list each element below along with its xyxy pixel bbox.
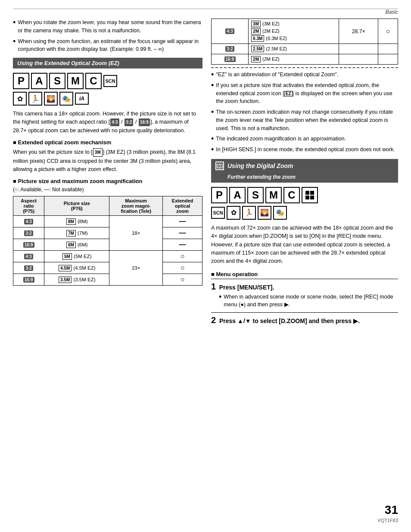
camera-icon	[217, 163, 223, 169]
size-cell: 3.5M	[59, 277, 72, 283]
col-size: Picture size(P76)	[44, 196, 109, 216]
mode-scene: 🎭	[273, 206, 287, 220]
bullet-item: • In [HIGH SENS.] in scene mode, the ext…	[211, 146, 398, 154]
size-cell: 2.5M	[251, 46, 264, 52]
right-bullets: • "EZ" is an abbreviation of "Extended o…	[211, 71, 398, 154]
bullet-item: • When using the zoom function, an estim…	[13, 37, 202, 54]
ext-cell: —	[163, 216, 202, 227]
size-cell: 2M	[251, 28, 261, 34]
size-cell: 0.3M	[251, 35, 264, 42]
zoom-value: 28.7×	[339, 19, 378, 44]
mode-icons-row2: ✿ 🏃 🌄 🎭 iA	[13, 92, 202, 106]
step2-text: Press ▲/▼ to select [D.ZOOM] and then pr…	[219, 317, 360, 324]
mode-A: A	[31, 73, 47, 89]
step1-bullet: • When in advanced scene mode or scene m…	[219, 293, 398, 309]
ar-cell: 3:2	[24, 265, 33, 271]
bullet-text: If you set a picture size that activates…	[216, 81, 398, 106]
step2-number: 2	[211, 315, 216, 325]
page-footer: 31 VQT1F83	[377, 503, 398, 523]
subsection1-text: When you set the picture size to [3M] (3…	[13, 148, 202, 174]
mode-M: M	[265, 187, 282, 203]
bullet-dot: •	[13, 19, 16, 26]
size-cell: 6M	[66, 242, 76, 248]
ez-section-header: Using the Extended Optical Zoom (EZ)	[13, 58, 202, 68]
step1-number: 1	[211, 282, 216, 291]
ext-cell: —	[163, 239, 202, 251]
menu-op-title: Menu operation	[211, 271, 398, 279]
ez-row: 16:9 2M (2M EZ)	[212, 54, 398, 65]
digital-zoom-header: Using the Digital Zoom Further extending…	[211, 159, 398, 183]
ar-cell: 3:2	[225, 46, 234, 52]
dashed-separator	[211, 67, 398, 68]
ez-section-title: Using the Extended Optical Zoom (EZ)	[17, 60, 119, 66]
table-row: 16:9 3.5M (3.5M EZ) ○	[13, 274, 202, 286]
step1-text: Press [MENU/SET].	[219, 284, 274, 291]
digital-zoom-icon	[215, 162, 224, 170]
dz-mode-row1: P A S M C	[211, 187, 398, 203]
bullet-item: • When you rotate the zoom lever, you ma…	[13, 19, 202, 35]
ar-cell: 4:3	[24, 254, 33, 259]
ext-cell: —	[163, 227, 202, 239]
right-column: 4:3 3M (3M EZ) 2M (2M EZ) 0.3M (0.3M EZ)…	[211, 19, 398, 325]
col-ext: Extendedopticalzoom	[163, 196, 202, 216]
mode-run: 🏃	[28, 92, 42, 106]
bullet-dot: •	[211, 146, 214, 153]
step2: 2 Press ▲/▼ to select [D.ZOOM] and then …	[211, 312, 398, 325]
ez-body-text: This camera has a 18× optical zoom. Howe…	[13, 110, 202, 135]
col-ar: Aspectratio(P75)	[13, 196, 44, 216]
bullet-text: "EZ" is an abbreviation of "Extended opt…	[216, 71, 338, 79]
ar-cell: 3:2	[24, 230, 33, 236]
svg-point-1	[219, 165, 221, 167]
ar-cell: 4:3	[24, 219, 33, 224]
mode-SCN: SCN	[211, 207, 225, 219]
mode-P: P	[211, 187, 227, 203]
table-row: 16:9 6M (6M) —	[13, 239, 202, 251]
header-line: Basic	[13, 9, 398, 15]
step1-detail: • When in advanced scene mode or scene m…	[219, 293, 398, 309]
ar-cell: 16:9	[23, 242, 34, 248]
step1: 1 Press [MENU/SET]. • When in advanced s…	[211, 282, 398, 309]
ar-4-3: 4:3	[110, 118, 119, 126]
grid-icon	[305, 190, 314, 200]
mode-run: 🏃	[242, 206, 256, 220]
bullet-text: In [HIGH SENS.] in scene mode, the exten…	[216, 146, 395, 154]
mode-mountain: 🌄	[44, 92, 58, 106]
ez-row: 4:3 3M (3M EZ) 2M (2M EZ) 0.3M (0.3M EZ)…	[212, 19, 398, 44]
header-label: Basic	[386, 9, 398, 15]
zoom-cell: 23×	[109, 251, 163, 286]
bullet-dot: •	[211, 71, 214, 78]
bullet-dot: •	[211, 108, 214, 116]
mode-grid	[302, 187, 318, 203]
ext-cell: ○	[163, 274, 202, 286]
left-column: • When you rotate the zoom lever, you ma…	[13, 19, 202, 325]
bullet-text: When using the zoom function, an estimat…	[18, 37, 202, 54]
bullet-item: • If you set a picture size that activat…	[211, 81, 398, 106]
svg-rect-4	[305, 196, 309, 199]
mode-C: C	[85, 73, 102, 89]
bullet-text: The indicated zoom magnification is an a…	[216, 135, 346, 143]
table-row: 4:3 5M (5M EZ) 23× ○	[13, 251, 202, 262]
svg-rect-2	[305, 191, 309, 195]
mode-iA: iA	[75, 93, 89, 105]
bullet-item: • The on-screen zoom indication may not …	[211, 108, 398, 132]
digital-zoom-subtitle: Further extending the zoom	[227, 174, 296, 180]
table-row: 3:2 7M (7M) —	[13, 227, 202, 239]
ar-cell: 16:9	[23, 277, 34, 283]
svg-rect-0	[217, 164, 222, 168]
top-bullets: • When you rotate the zoom lever, you ma…	[13, 19, 202, 53]
mode-S: S	[49, 73, 65, 89]
ar-16-9: 16:9	[139, 118, 150, 126]
dz-mode-row2: SCN ✿ 🏃 🌄 🎭	[211, 206, 398, 220]
ar-cell: 16:9	[224, 56, 236, 62]
size-cell: 7M	[66, 230, 76, 236]
mode-SCN: SCN	[103, 75, 117, 87]
digital-zoom-title: Using the Digital Zoom	[227, 162, 293, 169]
ar-cell: 4:3	[225, 28, 234, 34]
subsection2-title: Picture size and maximum zoom magnificat…	[13, 178, 202, 184]
bullet-dot: •	[211, 135, 214, 143]
page-number: 31	[377, 503, 398, 517]
ext-cell: ○	[163, 262, 202, 274]
bullet-text: When you rotate the zoom lever, you may …	[18, 19, 202, 35]
size-cell: 2M	[251, 56, 261, 62]
table-row: 4:3 8M (8M) 18× —	[13, 216, 202, 227]
